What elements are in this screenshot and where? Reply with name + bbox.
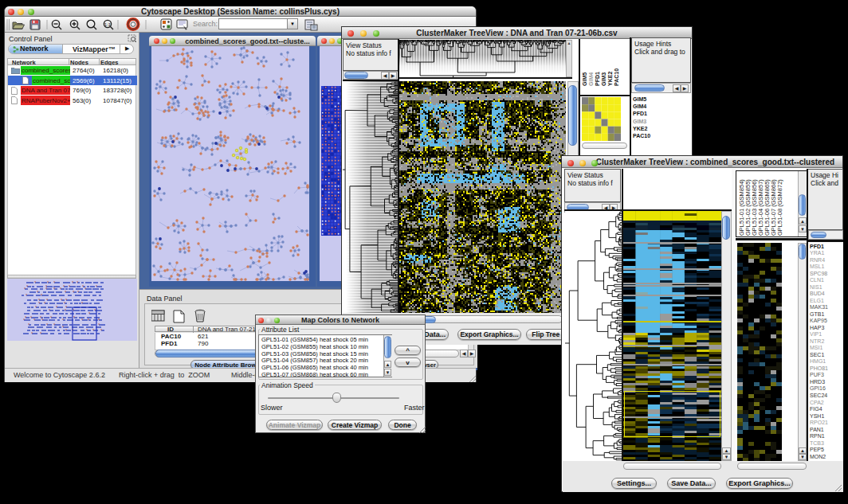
svg-text:1:1: 1:1 bbox=[104, 22, 112, 27]
